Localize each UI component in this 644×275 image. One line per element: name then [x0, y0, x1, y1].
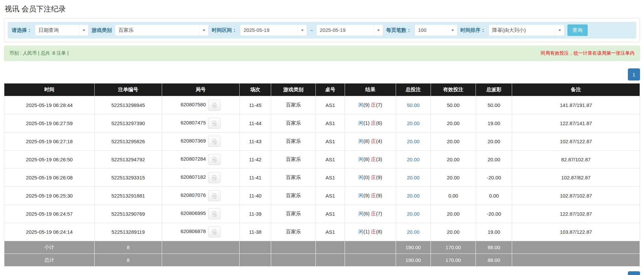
page-size-label: 每页笔数： [386, 27, 411, 34]
total-bet-link[interactable]: 20.00 [407, 193, 419, 199]
video-replay-button[interactable] [208, 172, 220, 183]
result-cell: 闲(0) 庄(9) [345, 169, 396, 187]
result-cell: 闲(6) 庄(7) [345, 205, 396, 223]
payout-cell: 0.00 [476, 187, 512, 205]
footer-round-cell [162, 241, 239, 254]
footer-result-cell [345, 254, 396, 267]
result-banker-number: (9) [376, 192, 382, 198]
query-type-value: 日期查询 [35, 25, 79, 36]
bet-id-cell: 522513297390 [94, 114, 162, 132]
chevron-down-icon[interactable] [199, 25, 208, 36]
round-cell: 620807580 [162, 96, 239, 114]
result-banker: 庄 [371, 102, 376, 108]
chevron-down-icon[interactable] [448, 25, 457, 36]
time-cell: 2025-05-19 06:24:57 [4, 205, 95, 223]
valid-bet-cell: 20.00 [431, 169, 476, 187]
session-cell: 11-41 [239, 169, 271, 187]
page-size-value: 100 [415, 25, 448, 36]
chevron-down-icon[interactable] [555, 25, 564, 36]
remark-cell: 103.87/122.87 [512, 223, 640, 241]
sort-order-value: 降幂(由大到小) [489, 25, 555, 36]
search-button[interactable]: 查询 [567, 24, 588, 36]
page-1-button[interactable]: 1 [628, 271, 640, 275]
video-replay-button[interactable] [208, 100, 220, 111]
game-type-cell: 百家乐 [271, 169, 316, 187]
total-bet-link[interactable]: 20.00 [407, 120, 419, 126]
time-cell: 2025-05-19 06:26:50 [4, 151, 95, 169]
remark-cell: 102.87/122.87 [512, 132, 640, 151]
video-replay-icon [211, 139, 217, 145]
date-from-select[interactable]: 2025-05-19 [240, 24, 307, 36]
table-row: 2025-05-19 06:26:08522513293315620807182… [4, 169, 640, 187]
game-type-select[interactable]: 百家乐 [115, 24, 209, 36]
footer-round-cell [162, 254, 239, 267]
total-bet-cell: 20.00 [396, 169, 431, 187]
chevron-down-icon[interactable] [374, 25, 383, 36]
tilde-separator: ~ [310, 28, 313, 33]
game-type-cell: 百家乐 [271, 205, 316, 223]
video-replay-button[interactable] [208, 118, 220, 129]
result-banker-number: (6) [376, 120, 382, 126]
page-1-button[interactable]: 1 [628, 68, 640, 80]
result-banker-number: (8) [376, 229, 382, 234]
bet-id-cell: 522513294792 [94, 151, 162, 169]
betting-records-table: 时间注单编号局号场次游戏类别桌号结果总投注有效投注总派彩备注 2025-05-1… [4, 83, 640, 267]
video-replay-button[interactable] [208, 190, 220, 201]
result-player-number: (6) [363, 211, 371, 216]
valid-bet-cell: 50.00 [431, 96, 476, 114]
result-player: 闲 [358, 174, 363, 180]
session-cell: 11-45 [239, 96, 271, 114]
result-banker-number: (7) [376, 211, 382, 216]
footer-remark-cell [512, 254, 640, 267]
result-banker: 庄 [371, 138, 376, 144]
filter-panel: 请选择： 日期查询 游戏类别 百家乐 时间区间： 2025-05-19 ~ 20… [4, 18, 640, 42]
footer-game-cell [271, 254, 316, 267]
valid-bet-cell: 20.00 [431, 151, 476, 169]
total-bet-link[interactable]: 20.00 [407, 139, 419, 144]
total-bet-link[interactable]: 20.00 [407, 211, 419, 217]
video-replay-button[interactable] [208, 226, 220, 237]
result-banker: 庄 [371, 229, 376, 234]
payout-cell: -20.00 [476, 169, 512, 187]
result-player-number: (1) [363, 120, 371, 126]
chevron-down-icon[interactable] [79, 25, 88, 36]
video-replay-button[interactable] [208, 136, 220, 147]
sort-order-label: 时间排序： [460, 27, 486, 34]
result-player: 闲 [358, 156, 363, 162]
result-player: 闲 [358, 120, 363, 126]
footer-result-cell [345, 241, 396, 254]
footer-payout-cell: 88.00 [476, 241, 512, 254]
chevron-down-icon[interactable] [298, 25, 307, 36]
round-number: 620806995 [181, 210, 206, 216]
table-footer-row: 总计8190.00170.0088.00 [4, 254, 640, 267]
query-type-select[interactable]: 日期查询 [35, 24, 89, 36]
time-cell: 2025-05-19 06:26:08 [4, 169, 95, 187]
time-cell: 2025-05-19 06:25:30 [4, 187, 95, 205]
video-replay-button[interactable] [208, 154, 220, 165]
remark-cell: 102.87/102.87 [512, 187, 640, 205]
column-header: 备注 [512, 84, 640, 96]
session-cell: 11-39 [239, 205, 271, 223]
table-row: 2025-05-19 06:28:44522513298945620807580… [4, 96, 640, 114]
sort-order-select[interactable]: 降幂(由大到小) [489, 24, 564, 36]
video-replay-icon [211, 120, 217, 126]
round-number: 620807580 [181, 102, 206, 107]
video-replay-icon [211, 229, 217, 235]
total-bet-link[interactable]: 50.00 [407, 102, 419, 108]
page-size-select[interactable]: 100 [414, 24, 457, 36]
total-bet-cell: 20.00 [396, 187, 431, 205]
total-bet-link[interactable]: 20.00 [407, 175, 419, 180]
result-player-number: (1) [363, 229, 371, 234]
video-replay-icon [211, 193, 217, 199]
round-cell: 620807475 [162, 114, 239, 132]
total-bet-link[interactable]: 20.00 [407, 229, 419, 235]
remark-cell: 82.87/102.87 [512, 151, 640, 169]
result-banker-number: (3) [376, 156, 382, 162]
footer-label-cell: 小计 [4, 241, 95, 254]
game-type-cell: 百家乐 [271, 151, 316, 169]
game-type-cell: 百家乐 [271, 132, 316, 151]
video-replay-button[interactable] [208, 208, 220, 219]
total-bet-link[interactable]: 20.00 [407, 157, 419, 162]
date-to-select[interactable]: 2025-05-19 [316, 24, 383, 36]
remark-cell: 122.87/102.87 [512, 205, 640, 223]
